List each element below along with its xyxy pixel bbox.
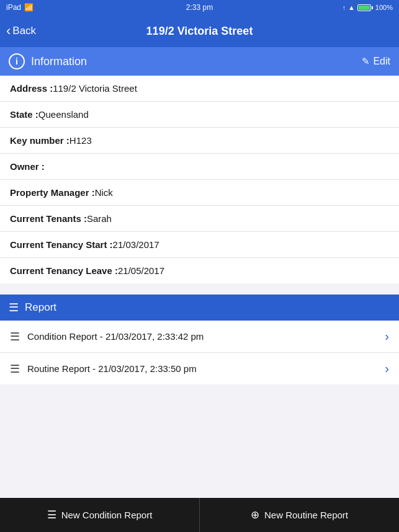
battery-percent: 100% — [375, 4, 393, 11]
report-list-icon: ☰ — [9, 301, 19, 314]
main-content: i Information ✎ Edit Address : 119/2 Vic… — [0, 47, 399, 498]
signal-icon: ▲ — [348, 4, 355, 11]
status-bar-time: 2:33 pm — [186, 3, 213, 12]
keynumber-label: Key number : — [10, 135, 69, 146]
owner-label: Owner : — [10, 161, 45, 172]
nav-title: 119/2 Victoria Street — [146, 25, 253, 38]
state-value: Queensland — [38, 109, 89, 120]
condition-report-btn-icon: ☰ — [47, 508, 56, 521]
routine-report-chevron-icon: › — [385, 361, 389, 376]
new-condition-report-button[interactable]: ☰ New Condition Report — [0, 498, 200, 532]
new-routine-report-button[interactable]: ⊕ New Routine Report — [200, 498, 399, 532]
location-icon: ↑ — [342, 4, 346, 11]
info-section-header: i Information ✎ Edit — [0, 47, 399, 76]
report-row-condition[interactable]: ☰ Condition Report - 21/03/2017, 2:33:42… — [0, 321, 399, 353]
wifi-icon: 📶 — [24, 3, 34, 12]
info-row-tenants: Current Tenants : Sarah — [0, 206, 399, 232]
info-section-title: Information — [31, 55, 87, 68]
manager-label: Property Manager : — [10, 187, 95, 198]
keynumber-value: H123 — [69, 135, 92, 146]
manager-value: Nick — [95, 187, 113, 198]
address-label: Address : — [10, 83, 53, 94]
condition-report-chevron-icon: › — [385, 329, 389, 344]
info-list: Address : 119/2 Victoria Street State : … — [0, 76, 399, 283]
report-list: ☰ Condition Report - 21/03/2017, 2:33:42… — [0, 321, 399, 384]
routine-report-icon: ☰ — [10, 362, 20, 376]
condition-report-text: Condition Report - 21/03/2017, 2:33:42 p… — [27, 331, 204, 342]
info-header-left: i Information — [9, 53, 87, 69]
info-row-state: State : Queensland — [0, 102, 399, 128]
tenants-label: Current Tenants : — [10, 213, 87, 224]
status-bar: iPad 📶 2:33 pm ↑ ▲ 100% — [0, 0, 399, 15]
info-row-address: Address : 119/2 Victoria Street — [0, 76, 399, 102]
address-value: 119/2 Victoria Street — [53, 83, 137, 94]
edit-label[interactable]: Edit — [373, 56, 390, 67]
tenants-value: Sarah — [87, 213, 112, 224]
info-row-manager: Property Manager : Nick — [0, 180, 399, 206]
device-label: iPad — [6, 3, 21, 12]
battery-indicator — [357, 4, 373, 11]
report-row-routine-left: ☰ Routine Report - 21/03/2017, 2:33:50 p… — [10, 362, 197, 376]
info-row-tenancy-start: Current Tenancy Start : 21/03/2017 — [0, 232, 399, 258]
report-section-title: Report — [25, 301, 56, 314]
tenancy-start-label: Current Tenancy Start : — [10, 239, 113, 250]
info-row-keynumber: Key number : H123 — [0, 128, 399, 154]
info-row-tenancy-leave: Current Tenancy Leave : 21/05/2017 — [0, 258, 399, 283]
nav-bar: ‹ Back 119/2 Victoria Street — [0, 15, 399, 47]
edit-icon: ✎ — [362, 56, 370, 67]
status-bar-left: iPad 📶 — [6, 3, 34, 12]
report-row-condition-left: ☰ Condition Report - 21/03/2017, 2:33:42… — [10, 330, 204, 344]
condition-report-btn-text: New Condition Report — [61, 510, 153, 520]
tenancy-leave-value: 21/05/2017 — [118, 265, 164, 276]
bottom-bar: ☰ New Condition Report ⊕ New Routine Rep… — [0, 498, 399, 532]
back-label[interactable]: Back — [12, 25, 36, 37]
report-section-header: ☰ Report — [0, 295, 399, 321]
info-icon: i — [9, 53, 25, 69]
routine-report-btn-text: New Routine Report — [264, 510, 348, 520]
condition-report-icon: ☰ — [10, 330, 20, 344]
report-row-routine[interactable]: ☰ Routine Report - 21/03/2017, 2:33:50 p… — [0, 353, 399, 384]
routine-report-btn-icon: ⊕ — [251, 508, 259, 521]
back-chevron-icon: ‹ — [6, 24, 11, 38]
edit-button[interactable]: ✎ Edit — [362, 56, 390, 67]
back-button[interactable]: ‹ Back — [6, 24, 36, 38]
tenancy-start-value: 21/03/2017 — [113, 239, 159, 250]
status-bar-right: ↑ ▲ 100% — [342, 4, 393, 11]
report-section: ☰ Report ☰ Condition Report - 21/03/2017… — [0, 295, 399, 384]
routine-report-text: Routine Report - 21/03/2017, 2:33:50 pm — [27, 363, 197, 374]
info-row-owner: Owner : — [0, 154, 399, 180]
state-label: State : — [10, 109, 38, 120]
tenancy-leave-label: Current Tenancy Leave : — [10, 265, 118, 276]
